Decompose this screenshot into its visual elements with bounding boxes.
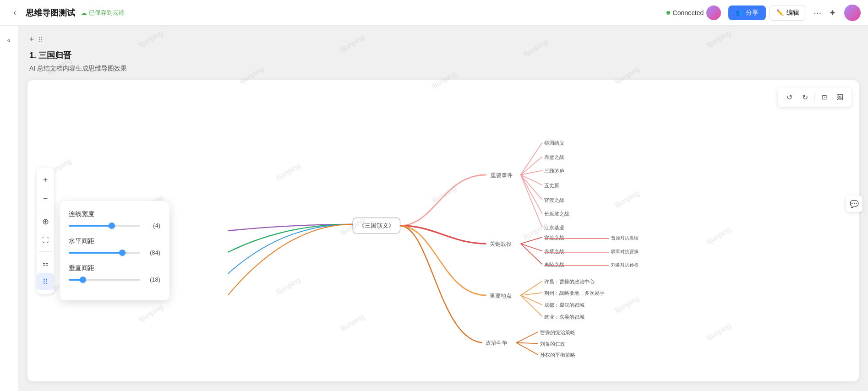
zoom-out-button[interactable]: −	[37, 190, 54, 207]
mindmap-container[interactable]: ↺ ↻ ⊡ 🖼 + −	[27, 80, 859, 381]
h-spacing-value: (84)	[144, 249, 160, 256]
v-spacing-label: 垂直间距	[69, 264, 160, 272]
v-spacing-slider-row: (18)	[69, 276, 160, 283]
h-spacing-label: 水平间距	[69, 237, 160, 245]
fit-screen-icon: ⊡	[822, 93, 827, 101]
zoom-in-button[interactable]: +	[37, 171, 54, 189]
svg-line-13	[521, 175, 542, 214]
redo-button[interactable]: ↻	[798, 90, 812, 104]
svg-text:联军对抗曹操: 联军对抗曹操	[611, 249, 639, 254]
svg-line-7	[521, 170, 542, 174]
redo-icon: ↻	[802, 93, 808, 102]
collapse-icon: «	[7, 37, 11, 44]
export-image-button[interactable]: 🖼	[833, 90, 847, 104]
svg-text:重要地点: 重要地点	[490, 293, 512, 299]
locate-button[interactable]: ⊕	[37, 213, 54, 230]
line-width-value: (4)	[144, 222, 160, 229]
main-content: lijunping lijunping lijunping lijunping …	[18, 26, 868, 391]
svg-text:孙权的平衡策略: 孙权的平衡策略	[540, 352, 575, 358]
expand-icon: ⛶	[42, 236, 49, 244]
svg-text:政治斗争: 政治斗争	[486, 340, 508, 346]
svg-text:长坂坡之战: 长坂坡之战	[544, 211, 569, 217]
comment-button[interactable]: 💬	[846, 196, 863, 212]
style-button[interactable]: ⠿	[37, 273, 54, 290]
line-width-label: 连线宽度	[69, 210, 160, 218]
share-button[interactable]: 👥 分享	[728, 5, 766, 20]
edit-label: 编辑	[786, 9, 799, 17]
locate-icon: ⊕	[42, 217, 49, 227]
v-spacing-slider-track	[69, 278, 140, 280]
fit-screen-button[interactable]: ⊡	[818, 90, 831, 104]
header: ‹ 思维导图测试 ☁ 已保存到云端 Connected 👥 分享 ✏️ 编辑 ·…	[0, 0, 868, 26]
style-icon: ⠿	[43, 277, 48, 286]
edit-button[interactable]: ✏️ 编辑	[770, 5, 806, 21]
svg-line-35	[521, 295, 542, 305]
left-sidebar: «	[0, 26, 18, 391]
cloud-icon: ☁	[81, 9, 87, 16]
block-options-button[interactable]: ⠿	[38, 36, 43, 43]
page-title: 思维导图测试	[26, 7, 75, 18]
document-subtitle: AI 总结文档内容生成思维导图效果	[27, 65, 859, 73]
undo-icon: ↺	[786, 93, 792, 102]
line-width-slider-track	[69, 224, 140, 226]
svg-text:重要事件: 重要事件	[491, 172, 513, 179]
settings-panel: 连线宽度 (4) 水平间距	[60, 201, 169, 300]
svg-line-44	[516, 342, 538, 354]
svg-line-15	[521, 175, 542, 228]
line-width-fill	[69, 224, 112, 226]
comment-icon: 💬	[850, 200, 859, 208]
settings-icon: ✦	[829, 8, 836, 18]
svg-line-18	[521, 237, 542, 244]
image-icon: 🖼	[837, 93, 843, 101]
expand-button[interactable]: ⛶	[37, 231, 54, 249]
settings-button[interactable]: ✦	[825, 5, 840, 20]
svg-text:夷陵之战: 夷陵之战	[544, 262, 564, 267]
h-spacing-slider-row: (84)	[69, 249, 160, 256]
more-button[interactable]: ···	[810, 7, 825, 18]
svg-line-5	[521, 157, 542, 174]
svg-line-11	[521, 175, 542, 200]
zoom-in-icon: +	[43, 175, 48, 185]
cloud-save-text: 已保存到云端	[89, 9, 125, 17]
undo-button[interactable]: ↺	[782, 90, 796, 104]
structure-icon: ⚏	[43, 260, 49, 267]
zoom-out-icon: −	[43, 194, 48, 203]
svg-text:刘备的仁政: 刘备的仁政	[540, 341, 565, 347]
h-spacing-thumb	[119, 249, 126, 255]
svg-text:《三国演义》: 《三国演义》	[359, 222, 394, 229]
svg-text:赤壁之战: 赤壁之战	[544, 154, 564, 160]
svg-text:曹操对抗袁绍: 曹操对抗袁绍	[611, 235, 639, 240]
svg-text:许昌：曹操的政治中心: 许昌：曹操的政治中心	[544, 279, 595, 284]
content-area: + ⠿ 1. 三国归晋 AI 总结文档内容生成思维导图效果 ↺ ↻ ⊡ �	[18, 26, 868, 391]
svg-text:曹操的统治策略: 曹操的统治策略	[540, 330, 575, 335]
line-width-slider-row: (4)	[69, 222, 160, 229]
h-spacing-slider-track	[69, 251, 140, 253]
collapse-button[interactable]: «	[2, 33, 16, 48]
structure-button[interactable]: ⚏	[37, 255, 54, 272]
svg-text:桃园结义: 桃园结义	[544, 140, 564, 146]
connected-status: Connected	[666, 5, 721, 20]
left-tool-panel: + − ⊕ ⛶ ⚏ ⠿	[37, 168, 54, 294]
svg-line-26	[521, 244, 542, 264]
connection-dot	[666, 11, 670, 15]
svg-line-37	[521, 295, 542, 316]
back-button[interactable]: ‹	[7, 5, 22, 20]
connected-label: Connected	[673, 9, 704, 16]
v-spacing-setting: 垂直间距 (18)	[69, 264, 160, 283]
v-spacing-thumb	[80, 276, 86, 282]
svg-text:三顾茅庐: 三顾茅庐	[544, 168, 564, 174]
add-block-button[interactable]: +	[29, 35, 34, 44]
edit-icon: ✏️	[776, 9, 784, 16]
svg-line-22	[521, 244, 542, 251]
svg-text:刘备对抗孙权: 刘备对抗孙权	[611, 262, 639, 267]
svg-text:官渡之战: 官渡之战	[544, 197, 564, 203]
svg-text:关键战役: 关键战役	[490, 241, 512, 247]
line-width-setting: 连线宽度 (4)	[69, 210, 160, 229]
svg-text:官渡之战: 官渡之战	[544, 235, 564, 240]
mindmap-toolbar: ↺ ↻ ⊡ 🖼	[778, 87, 852, 107]
h-spacing-fill	[69, 251, 122, 253]
svg-text:江东基业: 江东基业	[544, 225, 564, 230]
user-avatar-main[interactable]	[844, 5, 861, 21]
svg-text:建业：东吴的都城: 建业：东吴的都城	[544, 314, 584, 320]
svg-line-3	[521, 142, 542, 175]
